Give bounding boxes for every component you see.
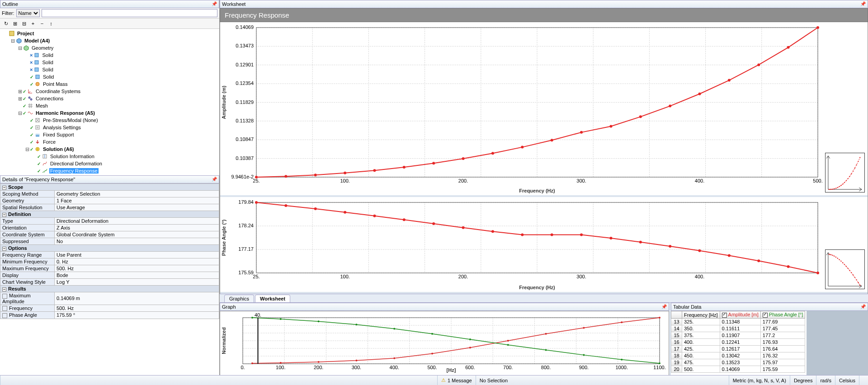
details-value[interactable]: 175.59 ° [55,312,219,319]
tree-item[interactable]: Solid [1,52,218,59]
cell-amp[interactable]: 0.13042 [720,352,760,359]
details-group-header[interactable]: −Options [0,245,219,252]
status-messages[interactable]: ⚠1 Message [437,376,476,385]
cell-phase[interactable]: 175.97 [760,359,805,366]
table-row[interactable]: 18450.0.13042176.32 [671,352,805,359]
cell-phase[interactable]: 176.93 [760,339,805,346]
expand-icon[interactable]: ⊟ [24,146,30,152]
tree-item[interactable]: ⊞Coordinate Systems [1,88,218,95]
tree-item[interactable]: Force [1,138,218,146]
toolbar-minus-icon[interactable]: − [38,19,46,28]
tree-item[interactable]: Point Mass [1,80,218,88]
details-value[interactable]: Use Average [55,204,219,211]
tree-item[interactable]: ⊟Solution (A6) [1,146,218,153]
tree-item[interactable]: Solid [1,73,218,80]
tree-item[interactable]: Project [1,30,218,37]
details-group-header[interactable]: −Results [0,286,219,292]
details-value[interactable]: 0. Hz [55,258,219,265]
table-row[interactable]: 20500.0.14069175.59 [671,366,805,373]
tree-item[interactable]: ⊞Connections [1,95,218,102]
tree-item[interactable]: ⊟Harmonic Response (A5) [1,109,218,117]
cell-freq[interactable]: 425. [682,346,720,352]
cell-amp[interactable]: 0.11611 [720,325,760,332]
table-row[interactable]: 19475.0.13523175.97 [671,359,805,366]
tabular-header-phase[interactable]: Phase Angle [°] [760,311,805,319]
cell-phase[interactable]: 177.45 [760,325,805,332]
cell-phase[interactable]: 177.2 [760,332,805,339]
table-row[interactable]: 17425.0.12617176.64 [671,346,805,352]
table-row[interactable]: 15375.0.11907177.2 [671,332,805,339]
details-value[interactable]: Global Coordinate System [55,231,219,238]
worksheet-pin-icon[interactable]: 📌 [860,0,866,8]
outline-tree[interactable]: Project⊟Model (A4)⊟GeometrySolidSolidSol… [0,29,219,175]
tab-worksheet[interactable]: Worksheet [255,295,290,302]
cell-freq[interactable]: 500. [682,366,720,373]
cell-phase[interactable]: 176.64 [760,346,805,352]
cell-amp[interactable]: 0.12617 [720,346,760,352]
tree-item[interactable]: Directional Deformation [1,160,218,167]
details-value[interactable]: 500. Hz [55,305,219,312]
details-value[interactable]: Z Axis [55,225,219,231]
filter-input[interactable] [42,9,218,17]
cell-phase[interactable]: 176.32 [760,352,805,359]
tab-graphics[interactable]: Graphics [224,295,254,302]
table-row[interactable]: 13325.0.11348177.69 [671,319,805,325]
tabular-header-amp[interactable]: Amplitude [m] [720,311,760,319]
details-value[interactable]: 500. Hz [55,265,219,272]
checkbox[interactable] [2,306,7,311]
cell-freq[interactable]: 350. [682,325,720,332]
checkbox[interactable] [2,313,7,318]
details-pin-icon[interactable]: 📌 [212,176,217,183]
details-value[interactable]: Geometry Selection [55,191,219,197]
toolbar-refresh-icon[interactable]: ↻ [2,19,10,28]
cell-amp[interactable]: 0.11348 [720,319,760,325]
tree-item[interactable]: ⊟Geometry [1,44,218,52]
expand-icon[interactable]: ⊟ [17,110,23,116]
table-row[interactable]: 16400.0.12241176.93 [671,339,805,346]
tree-item[interactable]: Solid [1,59,218,66]
cell-phase[interactable]: 177.69 [760,319,805,325]
toolbar-collapse-icon[interactable]: ⊟ [20,19,28,28]
details-value[interactable]: Log Y [55,279,219,286]
tree-item[interactable]: ⊟Model (A4) [1,37,218,44]
tree-item[interactable]: Pre-Stress/Modal (None) [1,117,218,124]
tree-item[interactable]: Frequency Response [1,167,218,174]
cell-freq[interactable]: 450. [682,352,720,359]
details-value[interactable]: Use Parent [55,252,219,258]
tree-item[interactable]: Fixed Support [1,131,218,138]
cell-amp[interactable]: 0.12241 [720,339,760,346]
details-value[interactable]: 1 Face [55,197,219,204]
tree-item[interactable]: Analysis Settings [1,124,218,131]
toolbar-plus-icon[interactable]: + [29,19,37,28]
graph-pin-icon[interactable]: 📌 [661,303,667,310]
details-value[interactable]: No [55,238,219,245]
toolbar-expand-icon[interactable]: ⊞ [11,19,19,28]
expand-icon[interactable]: ⊟ [17,45,23,51]
expand-icon[interactable]: ⊞ [17,96,23,102]
tabular-header-freq[interactable]: Frequency [Hz] [682,311,720,319]
tabular-pin-icon[interactable]: 📌 [860,303,866,310]
cell-amp[interactable]: 0.11907 [720,332,760,339]
details-group-header[interactable]: −Scope [0,184,219,191]
cell-freq[interactable]: 475. [682,359,720,366]
tree-item[interactable]: Solid [1,66,218,73]
expand-icon[interactable]: ⊟ [10,38,15,44]
checkbox-icon[interactable] [763,313,768,318]
table-row[interactable]: 14350.0.11611177.45 [671,325,805,332]
details-group-header[interactable]: −Definition [0,211,219,218]
toolbar-sort-icon[interactable]: ↕ [47,19,55,28]
cell-freq[interactable]: 375. [682,332,720,339]
tree-item[interactable]: Mesh [1,102,218,109]
cell-freq[interactable]: 400. [682,339,720,346]
checkbox-icon[interactable] [722,313,727,318]
details-value[interactable]: Directional Deformation [55,218,219,225]
outline-pin-icon[interactable]: 📌 [212,0,217,8]
cell-amp[interactable]: 0.14069 [720,366,760,373]
cell-phase[interactable]: 175.59 [760,366,805,373]
cell-freq[interactable]: 325. [682,319,720,325]
filter-select[interactable]: Name [16,9,40,17]
expand-icon[interactable]: ⊞ [17,89,23,94]
checkbox[interactable] [2,294,7,299]
tree-item[interactable]: iSolution Information [1,153,218,160]
cell-amp[interactable]: 0.13523 [720,359,760,366]
